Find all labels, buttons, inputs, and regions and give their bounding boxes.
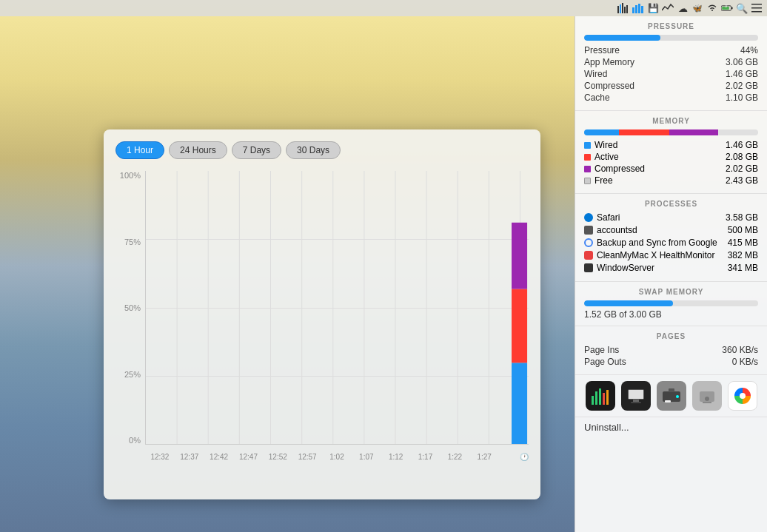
svg-rect-40 <box>631 402 641 403</box>
svg-rect-1 <box>620 4 621 13</box>
time-tabs: 1 Hour 24 Hours 7 Days 30 Days <box>115 141 529 159</box>
x-label-117: 1:17 <box>411 453 441 461</box>
y-label-100: 100% <box>120 171 141 180</box>
swap-bar-fill <box>584 300 673 306</box>
app2-icon[interactable] <box>621 381 651 411</box>
accountsd-icon <box>584 226 593 235</box>
wired-dot <box>584 142 591 149</box>
svg-rect-42 <box>669 388 674 392</box>
right-panel: PRESSURE Pressure 44% App Memory 3.06 GB… <box>575 16 767 532</box>
pageins-label: Page Ins <box>584 345 619 355</box>
cache-label: Cache <box>584 92 610 103</box>
pages-title: PAGES <box>584 332 758 340</box>
activity-monitor-icon[interactable] <box>586 381 615 411</box>
tab-7days[interactable]: 7 Days <box>232 141 281 159</box>
menubar: 💾 ☁ 🦋 🔍 <box>0 0 767 16</box>
uninstall-button[interactable]: Uninstall... <box>584 422 629 433</box>
app3-icon[interactable] <box>657 381 686 411</box>
svg-rect-39 <box>633 400 639 402</box>
x-label-127: 1:27 <box>469 453 499 461</box>
svg-rect-14 <box>751 4 762 5</box>
x-label-1252: 12:52 <box>263 453 292 461</box>
tab-30days[interactable]: 30 Days <box>286 141 341 159</box>
active-dot <box>584 154 591 161</box>
process-accountsd: accountsd 500 MB <box>584 225 758 235</box>
pressure-value: 44% <box>740 45 758 55</box>
butterfly-icon[interactable]: 🦋 <box>691 2 703 14</box>
process-google-backup: Backup and Sync from Google 415 MB <box>584 238 758 248</box>
cleanmymac-icon <box>584 251 593 260</box>
compressed-dot <box>584 166 591 172</box>
stat-row-wired: Wired 1.46 GB <box>584 69 758 79</box>
tab-1hour[interactable]: 1 Hour <box>115 141 164 159</box>
y-label-75: 75% <box>124 238 141 246</box>
svg-rect-34 <box>599 388 601 405</box>
x-label-1242: 12:42 <box>204 453 234 461</box>
clock-icon[interactable]: 🕐 <box>499 453 529 461</box>
pressure-label: Pressure <box>584 45 620 55</box>
google-backup-value: 415 MB <box>728 238 758 248</box>
windowserver-icon <box>584 263 593 272</box>
pageins-value: 360 KB/s <box>722 345 758 355</box>
wired-legend-value: 1.46 GB <box>726 140 758 150</box>
x-label-107: 1:07 <box>352 453 381 461</box>
mem-icon[interactable] <box>632 2 644 14</box>
pages-section: PAGES Page Ins 360 KB/s Page Outs 0 KB/s <box>575 326 767 375</box>
cpu-icon[interactable] <box>617 2 629 14</box>
windowserver-value: 341 MB <box>728 263 758 273</box>
svg-rect-3 <box>624 7 626 13</box>
memory-color-bar <box>584 129 758 135</box>
svg-rect-10 <box>731 7 733 9</box>
menu-icon[interactable] <box>751 2 763 14</box>
tab-24hours[interactable]: 24 Hours <box>169 141 227 159</box>
legend-active: Active 2.08 GB <box>584 152 758 162</box>
process-safari: Safari 3.58 GB <box>584 212 758 223</box>
x-label-1232: 12:32 <box>145 453 175 461</box>
pageouts-value: 0 KB/s <box>732 357 758 367</box>
cloud-icon[interactable]: ☁ <box>677 2 689 14</box>
svg-point-43 <box>676 395 679 398</box>
pressure-title: PRESSURE <box>584 22 758 30</box>
stat-row-pressure: Pressure 44% <box>584 45 758 55</box>
safari-value: 3.58 GB <box>726 212 758 223</box>
accountsd-value: 500 MB <box>728 225 758 235</box>
x-label-102: 1:02 <box>322 453 352 461</box>
svg-rect-15 <box>751 7 762 9</box>
app4-icon[interactable] <box>692 381 722 411</box>
legend-wired: Wired 1.46 GB <box>584 140 758 150</box>
search-icon[interactable]: 🔍 <box>736 2 748 14</box>
process-cleanmymac: CleanMyMac X HealthMonitor 382 MB <box>584 250 758 260</box>
legend-compressed: Compressed 2.02 GB <box>584 164 758 174</box>
svg-rect-30 <box>512 289 527 363</box>
appmem-label: App Memory <box>584 57 634 67</box>
svg-point-49 <box>740 393 746 399</box>
x-label-1247: 12:47 <box>234 453 264 461</box>
stat-row-pageins: Page Ins 360 KB/s <box>584 345 758 355</box>
svg-rect-32 <box>592 396 594 405</box>
y-label-25: 25% <box>124 370 141 379</box>
color-wheel-icon[interactable] <box>728 381 757 411</box>
battery-icon[interactable] <box>721 2 733 14</box>
free-legend-label: Free <box>594 175 613 186</box>
net-icon[interactable] <box>662 2 674 14</box>
svg-rect-33 <box>595 391 597 405</box>
compressed-legend-label: Compressed <box>594 164 645 174</box>
pressure-bar-fill <box>584 35 660 41</box>
y-axis-labels: 100% 75% 50% 25% 0% <box>115 171 145 445</box>
stat-row-cache: Cache 1.10 GB <box>584 92 758 103</box>
svg-rect-31 <box>512 223 527 289</box>
free-dot <box>584 178 591 184</box>
x-label-112: 1:12 <box>381 453 411 461</box>
processes-section: PROCESSES Safari 3.58 GB accountsd 500 M… <box>575 194 767 282</box>
appmem-value: 3.06 GB <box>726 57 758 67</box>
memory-bar-active <box>619 129 669 135</box>
svg-rect-38 <box>629 390 643 399</box>
chart-panel: 1 Hour 24 Hours 7 Days 30 Days 100% 75% … <box>104 129 540 499</box>
safari-icon <box>584 213 593 222</box>
y-label-50: 50% <box>124 303 141 312</box>
svg-rect-16 <box>751 11 762 13</box>
memory-section: MEMORY Wired 1.46 GB Active 2.08 GB Com <box>575 111 767 194</box>
disk-icon[interactable]: 💾 <box>647 2 659 14</box>
wifi-icon[interactable] <box>706 2 718 14</box>
svg-rect-29 <box>512 363 527 444</box>
